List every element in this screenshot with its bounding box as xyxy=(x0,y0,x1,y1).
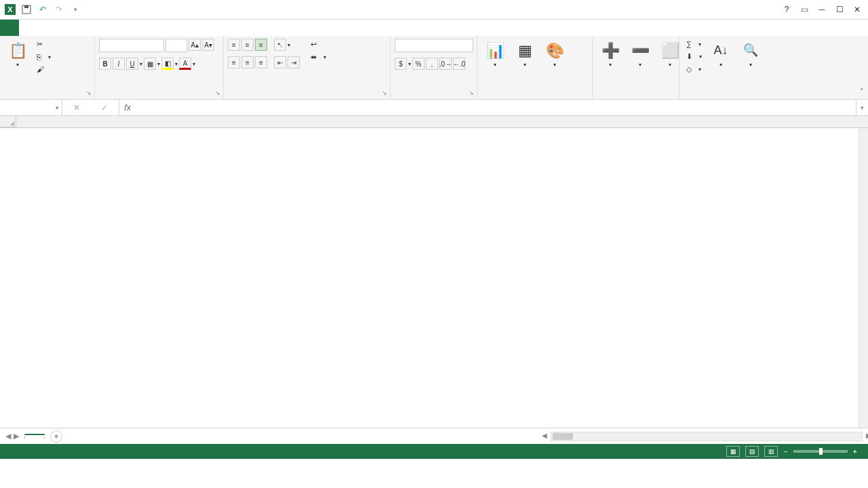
maximize-icon[interactable]: ☐ xyxy=(831,3,848,16)
wrap-text-button[interactable]: ↩ xyxy=(308,39,329,50)
copy-button[interactable]: ⎘▾ xyxy=(34,52,54,62)
page-layout-view-icon[interactable]: ▤ xyxy=(745,446,759,457)
align-top-icon[interactable]: ≡ xyxy=(228,39,240,51)
ribbon-tabs xyxy=(0,20,868,36)
file-tab[interactable] xyxy=(0,20,19,36)
collapse-ribbon-icon[interactable]: ˄ xyxy=(860,87,864,96)
find-select-button[interactable]: 🔍▾ xyxy=(737,39,764,70)
font-color-button[interactable]: A xyxy=(179,58,191,70)
sort-filter-button[interactable]: A↓▾ xyxy=(707,39,734,70)
autosum-button[interactable]: ∑▾ xyxy=(684,39,705,49)
fill-button[interactable]: ⬇▾ xyxy=(684,51,705,62)
alignment-group: ≡ ≡ ≡ ⭦ ▾ ≡ ≡ ≡ ⇤ ⇥ ↩ ⬌▾ xyxy=(224,36,391,99)
horizontal-scrollbar[interactable]: ◀ ▶ xyxy=(551,432,863,441)
sheet-tabs-bar: ◀ ▶ + ◀ ▶ xyxy=(0,428,868,444)
eraser-icon: ◇ xyxy=(686,65,692,74)
formula-input[interactable] xyxy=(136,100,856,115)
delete-cells-button[interactable]: ➖▾ xyxy=(627,39,654,70)
tab-scroll-left-icon[interactable]: ◀ xyxy=(5,432,11,441)
qat-customize-icon[interactable]: ▾ xyxy=(68,2,83,17)
number-launcher-icon[interactable]: ↘ xyxy=(469,89,474,96)
wrap-icon: ↩ xyxy=(311,40,317,49)
select-all-corner[interactable] xyxy=(0,116,16,127)
number-group: $ ▾ % , .0→ ←.0 ↘ xyxy=(391,36,477,99)
undo-icon[interactable]: ↶ xyxy=(35,2,50,17)
copy-icon: ⎘ xyxy=(37,53,41,61)
fill-icon: ⬇ xyxy=(686,52,692,61)
align-left-icon[interactable]: ≡ xyxy=(228,56,240,68)
scissors-icon: ✂ xyxy=(37,40,43,49)
zoom-out-icon[interactable]: − xyxy=(783,447,787,455)
fx-icon[interactable]: fx xyxy=(119,100,136,115)
minimize-icon[interactable]: ─ xyxy=(814,3,830,16)
number-format-select[interactable] xyxy=(395,39,473,52)
styles-group: 📊▾ ▦▾ 🎨▾ xyxy=(477,36,593,99)
help-icon[interactable]: ? xyxy=(778,3,795,16)
excel-icon[interactable]: X xyxy=(3,2,18,17)
alignment-launcher-icon[interactable]: ↘ xyxy=(382,89,387,96)
increase-indent-icon[interactable]: ⇥ xyxy=(288,56,300,68)
conditional-formatting-button[interactable]: 📊▾ xyxy=(481,39,509,70)
ribbon-options-icon[interactable]: ▭ xyxy=(796,3,812,16)
tab-scroll-right-icon[interactable]: ▶ xyxy=(14,432,19,441)
close-icon[interactable]: ✕ xyxy=(849,3,865,16)
ribbon: 📋▾ ✂ ⎘▾ 🖌 ↘ A▴ A▾ B I U ▾ ▦ ▾ xyxy=(0,36,868,100)
normal-view-icon[interactable]: ▦ xyxy=(726,446,740,457)
zoom-slider[interactable] xyxy=(793,450,848,453)
formula-bar: ▾ ✕ ✓ fx ▾ xyxy=(0,100,868,116)
merge-center-button[interactable]: ⬌▾ xyxy=(308,52,329,63)
name-box[interactable]: ▾ xyxy=(0,100,62,115)
cell-styles-button[interactable]: 🎨▾ xyxy=(541,39,568,70)
format-painter-button[interactable]: 🖌 xyxy=(34,64,54,75)
align-right-icon[interactable]: ≡ xyxy=(255,56,267,68)
bold-button[interactable]: B xyxy=(99,58,111,70)
clipboard-group: 📋▾ ✂ ⎘▾ 🖌 ↘ xyxy=(0,36,95,99)
enter-formula-icon: ✓ xyxy=(101,103,108,113)
redo-icon[interactable]: ↷ xyxy=(52,2,66,17)
paste-button[interactable]: 📋▾ xyxy=(4,39,31,70)
comma-icon[interactable]: , xyxy=(426,58,438,70)
accounting-icon[interactable]: $ xyxy=(395,58,407,70)
sheet-tab[interactable] xyxy=(24,434,45,439)
insert-cells-button[interactable]: ➕▾ xyxy=(597,39,624,70)
decrease-indent-icon[interactable]: ⇤ xyxy=(274,56,286,68)
align-center-icon[interactable]: ≡ xyxy=(241,56,254,68)
page-break-view-icon[interactable]: ▥ xyxy=(764,446,778,457)
italic-button[interactable]: I xyxy=(113,58,125,70)
font-group: A▴ A▾ B I U ▾ ▦ ▾ ◧ ▾ A ▾ ↘ xyxy=(95,36,224,99)
merge-icon: ⬌ xyxy=(311,53,317,62)
percent-icon[interactable]: % xyxy=(412,58,425,70)
increase-font-icon[interactable]: A▴ xyxy=(189,39,201,51)
orientation-icon[interactable]: ⭦ xyxy=(274,39,286,51)
sigma-icon: ∑ xyxy=(686,40,692,48)
vertical-scrollbar[interactable] xyxy=(859,128,868,428)
clear-button[interactable]: ◇▾ xyxy=(684,64,705,75)
sign-in-link[interactable] xyxy=(852,20,868,36)
border-button[interactable]: ▦ xyxy=(144,58,156,70)
svg-text:X: X xyxy=(7,5,13,14)
quick-access-toolbar: X ↶ ↷ ▾ xyxy=(0,2,83,17)
svg-rect-3 xyxy=(24,5,28,8)
save-icon[interactable] xyxy=(19,2,34,17)
clipboard-launcher-icon[interactable]: ↘ xyxy=(86,89,92,96)
align-bottom-icon[interactable]: ≡ xyxy=(255,39,267,51)
align-middle-icon[interactable]: ≡ xyxy=(241,39,254,51)
font-launcher-icon[interactable]: ↘ xyxy=(215,89,220,96)
titlebar: X ↶ ↷ ▾ ? ▭ ─ ☐ ✕ xyxy=(0,0,868,20)
status-bar: ▦ ▤ ▥ − + xyxy=(0,444,868,459)
fill-color-button[interactable]: ◧ xyxy=(161,58,174,70)
brush-icon: 🖌 xyxy=(37,65,44,73)
add-sheet-button[interactable]: + xyxy=(50,430,62,443)
expand-formula-bar-icon[interactable]: ▾ xyxy=(856,100,868,115)
chevron-down-icon[interactable]: ▾ xyxy=(56,104,59,111)
underline-button[interactable]: U xyxy=(126,58,138,70)
increase-decimal-icon[interactable]: .0→ xyxy=(439,58,452,70)
format-as-table-button[interactable]: ▦▾ xyxy=(511,39,538,70)
zoom-in-icon[interactable]: + xyxy=(853,447,857,455)
decrease-font-icon[interactable]: A▾ xyxy=(202,39,214,51)
cells-group: ➕▾ ➖▾ ⬜▾ xyxy=(593,36,679,99)
cut-button[interactable]: ✂ xyxy=(34,39,54,50)
font-size-select[interactable] xyxy=(165,39,187,52)
font-name-select[interactable] xyxy=(99,39,164,52)
decrease-decimal-icon[interactable]: ←.0 xyxy=(453,58,465,70)
